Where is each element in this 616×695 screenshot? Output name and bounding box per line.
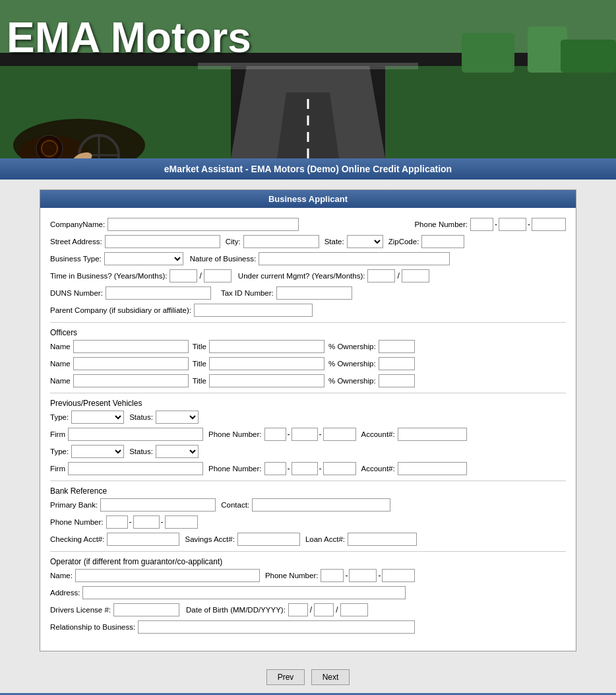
time-years-input[interactable] xyxy=(169,269,197,282)
dl-input[interactable] xyxy=(113,603,179,616)
dob-year[interactable] xyxy=(340,603,368,616)
vehicle1-phone-area[interactable] xyxy=(264,428,286,441)
dl-label: Drivers License #: xyxy=(50,606,111,614)
officer1-title-label: Title xyxy=(193,343,206,350)
dob-label: Date of Birth (MM/DD/YYYY): xyxy=(186,606,286,614)
dob-day[interactable] xyxy=(314,603,334,616)
mgmt-months-input[interactable] xyxy=(402,269,429,282)
vehicle1-status-label: Status: xyxy=(129,413,153,421)
op-address-input[interactable] xyxy=(82,586,406,599)
city-input[interactable] xyxy=(243,235,319,248)
next-button[interactable]: Next xyxy=(311,669,350,685)
primary-bank-input[interactable] xyxy=(100,498,216,512)
business-type-select[interactable]: Corporation LLC Partnership Sole Prop xyxy=(104,252,183,265)
prev-button[interactable]: Prev xyxy=(266,669,305,685)
street-address-input[interactable] xyxy=(105,235,220,248)
header-banner: EMA Motors xyxy=(0,0,616,158)
officer1-name-label: Name xyxy=(50,343,71,350)
loan-label: Loan Acct#: xyxy=(305,535,345,543)
checking-input[interactable] xyxy=(107,533,179,546)
op-phone-num[interactable] xyxy=(382,569,415,582)
officer3-title-input[interactable] xyxy=(209,374,324,387)
relationship-input[interactable] xyxy=(138,620,415,634)
bank-name-row: Primary Bank: Contact: xyxy=(50,498,566,512)
bank-phone-area[interactable] xyxy=(106,515,128,529)
phone-number-label: Phone Number: xyxy=(414,220,468,228)
business-type-row: Business Type: Corporation LLC Partnersh… xyxy=(50,252,566,265)
vehicle2-firm-label: Firm xyxy=(50,465,65,473)
vehicle2-type-label: Type: xyxy=(50,447,69,455)
vehicle2-status-select[interactable]: OwnedLeased xyxy=(156,445,199,458)
time-in-business-label: Time in Business? (Years/Months): xyxy=(50,272,167,280)
vehicle1-firm-input[interactable] xyxy=(68,428,203,441)
footer-nav: Prev Next xyxy=(0,661,616,693)
mgmt-years-input[interactable] xyxy=(367,269,395,282)
officer3-ownership-input[interactable] xyxy=(379,374,415,387)
vehicle1-account-input[interactable] xyxy=(398,428,467,441)
officer3-name-input[interactable] xyxy=(73,374,189,387)
divider-2 xyxy=(50,393,566,393)
street-address-label: Street Address: xyxy=(50,238,102,246)
vehicle1-phone-label: Phone Number: xyxy=(208,430,262,438)
zipcode-input[interactable] xyxy=(421,235,464,248)
savings-input[interactable] xyxy=(237,533,300,546)
vehicle2-firm-input[interactable] xyxy=(68,462,203,475)
form-container: Business Applicant CompanyName: Phone Nu… xyxy=(40,189,576,651)
vehicle2-type-row: Type: NewUsed Status: OwnedLeased xyxy=(50,445,566,458)
dob-month[interactable] xyxy=(288,603,308,616)
svg-point-10 xyxy=(40,139,59,158)
bank-phone-num[interactable] xyxy=(165,515,198,529)
vehicle2-phone-area[interactable] xyxy=(264,462,286,475)
phone-number-input[interactable] xyxy=(532,218,566,231)
svg-rect-16 xyxy=(462,33,514,73)
nature-of-business-input[interactable] xyxy=(259,252,450,265)
primary-bank-label: Primary Bank: xyxy=(50,501,98,509)
officer1-ownership-label: % Ownership: xyxy=(328,343,376,350)
officer2-ownership-input[interactable] xyxy=(379,357,415,370)
vehicle1-phone-num[interactable] xyxy=(323,428,356,441)
operator-dl-row: Drivers License #: Date of Birth (MM/DD/… xyxy=(50,603,566,616)
officer2-title-input[interactable] xyxy=(209,357,324,370)
officer3-ownership-label: % Ownership: xyxy=(328,377,376,385)
officer1-title-input[interactable] xyxy=(209,340,324,353)
phone-prefix-input[interactable] xyxy=(499,218,526,231)
duns-input[interactable] xyxy=(106,286,211,300)
bank-accounts-row: Checking Acct#: Savings Acct#: Loan Acct… xyxy=(50,533,566,546)
officer2-name-input[interactable] xyxy=(73,357,189,370)
svg-rect-18 xyxy=(561,40,616,73)
phone-area-input[interactable] xyxy=(470,218,493,231)
vehicle2-phone-prefix[interactable] xyxy=(292,462,318,475)
company-name-input[interactable] xyxy=(108,218,299,231)
vehicle1-type-select[interactable]: NewUsed xyxy=(71,411,124,424)
officer1-ownership-input[interactable] xyxy=(379,340,415,353)
duns-label: DUNS Number: xyxy=(50,289,103,297)
loan-input[interactable] xyxy=(348,533,417,546)
op-phone-prefix[interactable] xyxy=(349,569,377,582)
tax-id-input[interactable] xyxy=(276,286,352,300)
time-mgmt-row: Time in Business? (Years/Months): / Unde… xyxy=(50,269,566,282)
vehicle1-type-label: Type: xyxy=(50,413,69,421)
vehicle2-type-select[interactable]: NewUsed xyxy=(71,445,124,458)
op-name-input[interactable] xyxy=(75,569,260,582)
officer3-title-label: Title xyxy=(193,377,206,385)
company-name-label: CompanyName: xyxy=(50,220,105,228)
officers-section-label: Officers xyxy=(50,328,566,337)
vehicle2-phone-num[interactable] xyxy=(323,462,356,475)
vehicle1-phone-prefix[interactable] xyxy=(292,428,318,441)
vehicle2-firm-row: Firm Phone Number: - - Account#: xyxy=(50,462,566,475)
op-phone-area[interactable] xyxy=(321,569,344,582)
parent-company-input[interactable] xyxy=(194,304,313,317)
tax-id-label: Tax ID Number: xyxy=(221,289,274,297)
state-select[interactable] xyxy=(347,235,383,248)
state-label: State: xyxy=(324,238,344,246)
time-months-input[interactable] xyxy=(204,269,231,282)
vehicles-section-label: Previous/Present Vehicles xyxy=(50,399,566,408)
contact-input[interactable] xyxy=(252,498,390,512)
bank-phone-prefix[interactable] xyxy=(133,515,160,529)
vehicle2-account-input[interactable] xyxy=(398,462,467,475)
nature-of-business-label: Nature of Business: xyxy=(190,255,256,263)
city-label: City: xyxy=(226,238,241,246)
officer1-name-input[interactable] xyxy=(73,340,189,353)
vehicle1-status-select[interactable]: OwnedLeased xyxy=(156,411,199,424)
op-phone-label: Phone Number: xyxy=(265,572,319,579)
